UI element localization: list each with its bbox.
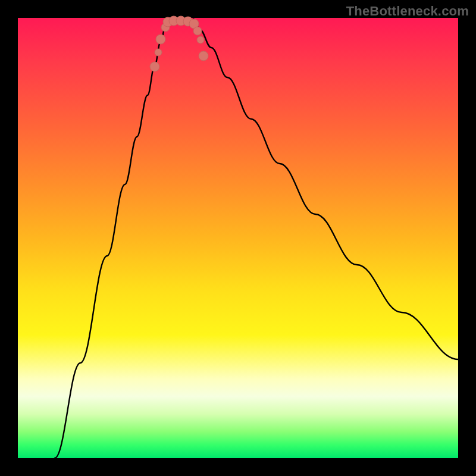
curve-svg bbox=[18, 18, 458, 458]
marker-dot bbox=[156, 35, 165, 44]
marker-dot bbox=[155, 49, 162, 56]
watermark-text: TheBottleneck.com bbox=[346, 4, 469, 19]
marker-dot bbox=[199, 51, 208, 61]
gradient-plot-area bbox=[18, 18, 458, 458]
marker-dot bbox=[150, 62, 159, 71]
right-branch-curve bbox=[193, 19, 458, 359]
chart-frame: TheBottleneck.com bbox=[0, 0, 476, 476]
marker-dot bbox=[197, 36, 204, 43]
marker-dot bbox=[193, 27, 202, 35]
left-branch-curve bbox=[55, 19, 170, 458]
bottom-marker-cluster bbox=[150, 16, 208, 71]
